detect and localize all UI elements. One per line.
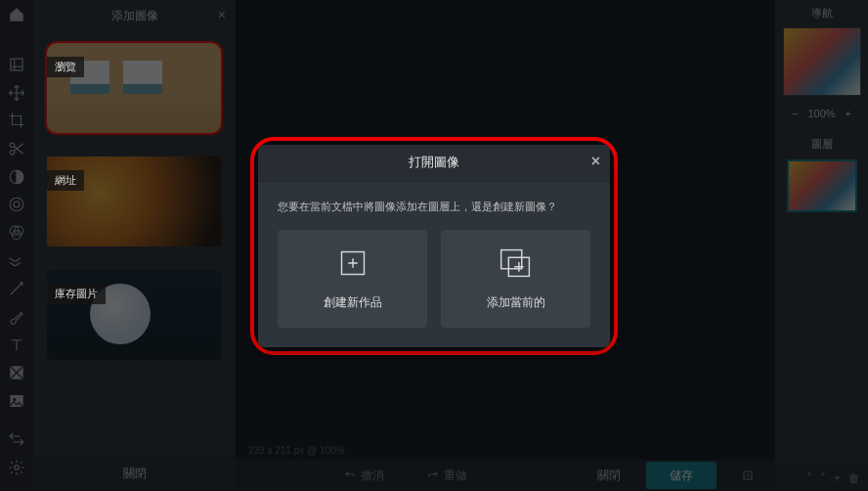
source-label: 瀏覽 [47,57,84,77]
modal-options: 創建新作品 添加當前的 [278,230,590,328]
open-image-modal: 打開圖像 × 您要在當前文檔中將圖像添加在圖層上，還是創建新圖像？ 創建新作品 [258,145,610,347]
source-label: 網址 [47,170,84,191]
new-doc-icon [330,246,375,281]
create-new-label: 創建新作品 [324,294,382,311]
modal-backdrop: 打開圖像 × 您要在當前文檔中將圖像添加在圖層上，還是創建新圖像？ 創建新作品 [0,0,868,491]
source-label: 庫存圖片 [47,284,106,304]
modal-body: 您要在當前文檔中將圖像添加在圖層上，還是創建新圖像？ 創建新作品 添加當前的 [258,182,610,347]
create-new-option[interactable]: 創建新作品 [278,230,427,328]
add-current-label: 添加當前的 [487,294,545,311]
modal-question: 您要在當前文檔中將圖像添加在圖層上，還是創建新圖像？ [278,200,590,214]
add-current-option[interactable]: 添加當前的 [441,230,590,328]
modal-highlight: 打開圖像 × 您要在當前文檔中將圖像添加在圖層上，還是創建新圖像？ 創建新作品 [250,137,618,355]
add-layer-icon [494,246,539,281]
modal-header: 打開圖像 × [258,145,610,182]
modal-close-button[interactable]: × [591,153,600,170]
modal-title: 打開圖像 [409,154,459,171]
